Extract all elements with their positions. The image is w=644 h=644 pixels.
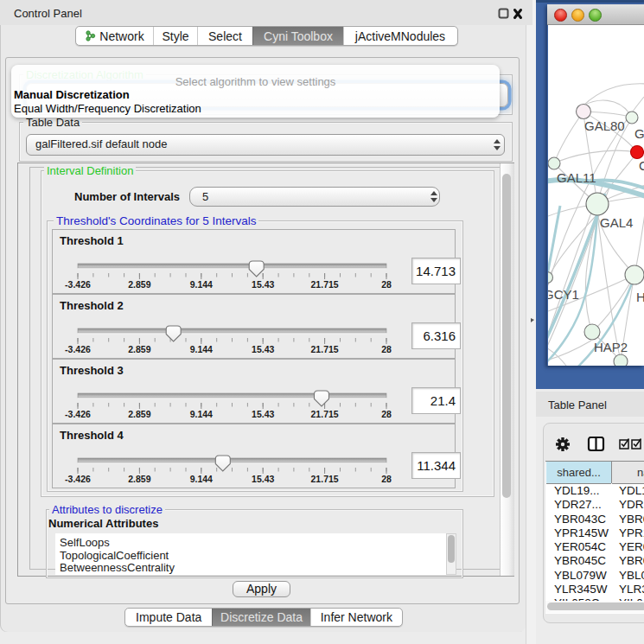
svg-text:21.715: 21.715: [311, 344, 339, 354]
svg-text:28: 28: [381, 344, 392, 354]
svg-text:H: H: [636, 290, 644, 304]
svg-text:-3.426: -3.426: [65, 409, 91, 419]
svg-text:28: 28: [381, 279, 392, 290]
svg-text:15.43: 15.43: [252, 474, 274, 484]
svg-text:-3.426: -3.426: [65, 279, 91, 290]
svg-text:C: C: [639, 158, 644, 173]
svg-text:21.715: 21.715: [311, 474, 339, 484]
svg-text:15.43: 15.43: [252, 409, 274, 419]
svg-text:9.144: 9.144: [190, 344, 213, 354]
svg-text:21.715: 21.715: [311, 409, 339, 419]
svg-text:15.43: 15.43: [252, 279, 274, 290]
svg-text:2.859: 2.859: [128, 344, 150, 354]
svg-text:2.859: 2.859: [128, 474, 150, 484]
svg-text:28: 28: [381, 474, 392, 484]
svg-text:GAL80: GAL80: [584, 118, 625, 133]
svg-text:GCY1: GCY1: [548, 287, 579, 302]
svg-text:-3.426: -3.426: [65, 344, 91, 354]
svg-text:GAL11: GAL11: [557, 170, 596, 185]
svg-text:9.144: 9.144: [190, 474, 213, 484]
svg-text:2.859: 2.859: [128, 409, 150, 419]
svg-text:GA: GA: [634, 126, 644, 141]
svg-text:28: 28: [381, 409, 392, 419]
svg-text:HAP2: HAP2: [594, 340, 628, 354]
svg-text:GAL4: GAL4: [600, 215, 633, 230]
svg-text:2.859: 2.859: [128, 279, 150, 290]
svg-text:9.144: 9.144: [190, 409, 213, 419]
svg-text:-3.426: -3.426: [65, 474, 91, 484]
svg-text:9.144: 9.144: [190, 279, 213, 290]
svg-text:15.43: 15.43: [252, 344, 274, 354]
svg-text:21.715: 21.715: [311, 279, 339, 290]
